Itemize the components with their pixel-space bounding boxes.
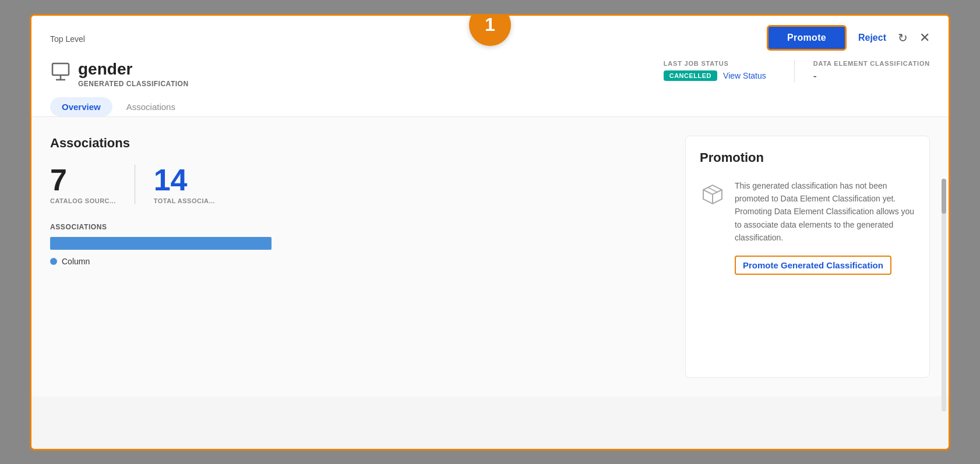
tab-overview[interactable]: Overview (50, 97, 112, 116)
promote-button[interactable]: Promote (767, 25, 847, 51)
total-associations-number: 14 (154, 165, 188, 195)
view-status-link[interactable]: View Status (723, 71, 766, 80)
main-panel: Top Level 1 Promote Reject ↻ ✕ (30, 14, 950, 451)
entity-row: gender GENERATED CLASSIFICATION LAST JOB… (31, 51, 949, 88)
entity-icon (50, 61, 71, 86)
last-job-label: LAST JOB STATUS (664, 60, 766, 67)
refresh-button[interactable]: ↻ (898, 31, 908, 45)
top-level-label: Top Level (50, 34, 85, 44)
total-associations-stat: 14 TOTAL ASSOCIA... (135, 165, 234, 204)
close-icon: ✕ (919, 30, 930, 45)
promote-generated-link[interactable]: Promote Generated Classification (735, 256, 891, 275)
legend-text: Column (62, 257, 90, 266)
associations-title: Associations (50, 136, 662, 151)
last-job-status: LAST JOB STATUS CANCELLED View Status (664, 60, 766, 81)
total-associations-label: TOTAL ASSOCIA... (154, 197, 215, 204)
promotion-description: This generated classification has not be… (735, 179, 915, 245)
box-icon (700, 182, 725, 212)
svg-rect-0 (52, 63, 69, 75)
legend-row: Column (50, 257, 662, 266)
left-panel: Associations 7 CATALOG SOURC... 14 TOTAL… (50, 136, 662, 378)
status-panel: LAST JOB STATUS CANCELLED View Status DA… (664, 60, 930, 83)
main-content: Associations 7 CATALOG SOURC... 14 TOTAL… (31, 117, 949, 396)
entity-details: gender GENERATED CLASSIFICATION (78, 60, 189, 88)
header: Top Level 1 Promote Reject ↻ ✕ (31, 16, 949, 51)
catalog-sources-label: CATALOG SOURC... (50, 197, 116, 204)
promotion-text-block: This generated classification has not be… (735, 179, 915, 275)
scroll-thumb[interactable] (942, 179, 946, 214)
data-element-value: - (813, 70, 930, 83)
header-actions: Promote Reject ↻ ✕ (767, 25, 930, 51)
data-element-section: DATA ELEMENT CLASSIFICATION - (794, 60, 930, 83)
refresh-icon: ↻ (898, 31, 908, 44)
entity-name: gender (78, 60, 189, 79)
reject-button[interactable]: Reject (858, 33, 886, 43)
badge-circle: 1 (469, 14, 511, 46)
entity-info: gender GENERATED CLASSIFICATION (50, 60, 189, 88)
catalog-sources-stat: 7 CATALOG SOURC... (50, 165, 135, 204)
legend-dot (50, 258, 57, 265)
bar-section-label: ASSOCIATIONS (50, 223, 662, 231)
close-button[interactable]: ✕ (919, 30, 930, 45)
bar-chart (50, 237, 295, 250)
promotion-body: This generated classification has not be… (700, 179, 915, 275)
right-panel: Promotion This generated classification … (685, 136, 930, 378)
bar-fill (50, 237, 272, 250)
promotion-title: Promotion (700, 150, 915, 165)
scroll-track[interactable] (942, 179, 946, 412)
entity-subtitle: GENERATED CLASSIFICATION (78, 80, 189, 88)
status-row: CANCELLED View Status (664, 70, 766, 81)
tab-associations[interactable]: Associations (115, 97, 187, 116)
cancelled-badge: CANCELLED (664, 70, 717, 81)
data-element-label: DATA ELEMENT CLASSIFICATION (813, 60, 930, 67)
stats-row: 7 CATALOG SOURC... 14 TOTAL ASSOCIA... (50, 165, 662, 204)
catalog-sources-number: 7 (50, 165, 67, 195)
tabs-row: Overview Associations (31, 88, 949, 117)
